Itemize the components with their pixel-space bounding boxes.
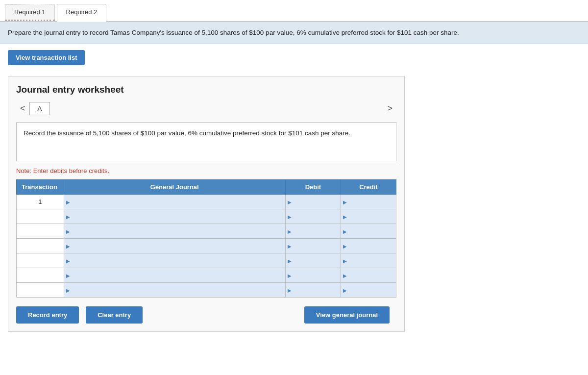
credit-input[interactable] <box>341 268 396 282</box>
table-row <box>17 253 396 268</box>
journal-input[interactable] <box>64 209 285 224</box>
record-entry-button[interactable]: Record entry <box>16 306 79 324</box>
table-row <box>17 268 396 283</box>
journal-input[interactable] <box>64 195 285 209</box>
note-text: Note: Enter debits before credits. <box>16 167 396 175</box>
table-row <box>17 209 396 224</box>
nav-right-arrow[interactable]: > <box>383 103 396 114</box>
tab-required2[interactable]: Required 2 <box>57 4 107 22</box>
view-transaction-list-container: View transaction list <box>8 50 85 65</box>
col-header-journal: General Journal <box>64 180 285 195</box>
worksheet-title: Journal entry worksheet <box>16 84 396 95</box>
credit-cell[interactable] <box>341 239 396 253</box>
journal-cell[interactable] <box>64 209 285 224</box>
debit-input[interactable] <box>286 239 341 253</box>
journal-input[interactable] <box>64 268 285 282</box>
debit-input[interactable] <box>286 283 341 297</box>
clear-entry-button[interactable]: Clear entry <box>86 306 143 324</box>
credit-cell[interactable] <box>341 195 396 209</box>
journal-input[interactable] <box>64 283 285 297</box>
credit-cell[interactable] <box>341 253 396 268</box>
journal-input[interactable] <box>64 239 285 253</box>
credit-input[interactable] <box>341 253 396 268</box>
transaction-cell <box>17 209 64 224</box>
credit-input[interactable] <box>341 224 396 238</box>
table-row: 1 <box>17 195 396 209</box>
credit-cell[interactable] <box>341 209 396 224</box>
debit-input[interactable] <box>286 224 341 238</box>
debit-cell[interactable] <box>285 195 341 209</box>
transaction-cell: 1 <box>17 195 64 209</box>
entry-tab-a[interactable]: A <box>29 102 50 115</box>
journal-cell[interactable] <box>64 268 285 283</box>
credit-cell[interactable] <box>341 224 396 239</box>
credit-input[interactable] <box>341 195 396 209</box>
debit-cell[interactable] <box>285 253 341 268</box>
debit-input[interactable] <box>286 253 341 268</box>
debit-input[interactable] <box>286 195 341 209</box>
credit-input[interactable] <box>341 239 396 253</box>
debit-input[interactable] <box>286 209 341 224</box>
nav-left-arrow[interactable]: < <box>16 103 29 114</box>
debit-cell[interactable] <box>285 268 341 283</box>
transaction-cell <box>17 253 64 268</box>
col-header-transaction: Transaction <box>17 180 64 195</box>
journal-cell[interactable] <box>64 253 285 268</box>
debit-input[interactable] <box>286 268 341 282</box>
tabs-bar: Required 1 Required 2 <box>0 0 588 22</box>
journal-cell[interactable] <box>64 195 285 209</box>
description-text: Record the issuance of 5,100 shares of $… <box>24 129 350 137</box>
description-box: Record the issuance of 5,100 shares of $… <box>16 122 396 161</box>
worksheet-nav: < A > <box>16 102 396 115</box>
credit-input[interactable] <box>341 283 396 297</box>
transaction-cell <box>17 224 64 239</box>
credit-input[interactable] <box>341 209 396 224</box>
journal-cell[interactable] <box>64 239 285 253</box>
worksheet-container: Journal entry worksheet < A > Record the… <box>8 76 405 332</box>
journal-cell[interactable] <box>64 283 285 298</box>
col-header-credit: Credit <box>341 180 396 195</box>
debit-cell[interactable] <box>285 224 341 239</box>
debit-cell[interactable] <box>285 283 341 298</box>
journal-cell[interactable] <box>64 224 285 239</box>
view-transaction-list-button[interactable]: View transaction list <box>8 50 85 65</box>
journal-input[interactable] <box>64 224 285 238</box>
credit-cell[interactable] <box>341 268 396 283</box>
debit-cell[interactable] <box>285 239 341 253</box>
view-general-journal-button[interactable]: View general journal <box>304 306 390 324</box>
journal-input[interactable] <box>64 253 285 268</box>
table-row <box>17 283 396 298</box>
instruction-text: Prepare the journal entry to record Tama… <box>8 29 459 36</box>
transaction-cell <box>17 268 64 283</box>
journal-table: Transaction General Journal Debit Credit… <box>16 179 396 298</box>
table-row <box>17 224 396 239</box>
tab-required1[interactable]: Required 1 <box>5 4 55 21</box>
col-header-debit: Debit <box>285 180 341 195</box>
transaction-cell <box>17 239 64 253</box>
debit-cell[interactable] <box>285 209 341 224</box>
transaction-cell <box>17 283 64 298</box>
buttons-row: Record entry Clear entry View general jo… <box>16 306 396 324</box>
instruction-banner: Prepare the journal entry to record Tama… <box>0 22 588 44</box>
credit-cell[interactable] <box>341 283 396 298</box>
table-row <box>17 239 396 253</box>
